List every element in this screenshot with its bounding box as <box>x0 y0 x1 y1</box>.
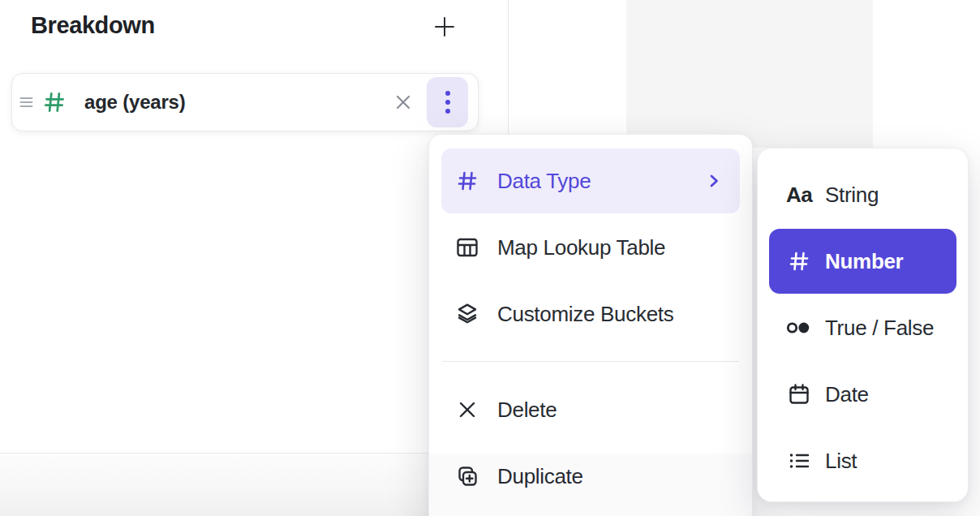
submenu-item-label: Date <box>825 382 943 407</box>
data-type-submenu: Aa String Number True / False Date <box>757 148 969 502</box>
menu-item-duplicate[interactable]: Duplicate <box>441 444 740 509</box>
submenu-item-true-false[interactable]: True / False <box>769 295 956 360</box>
boolean-icon <box>785 316 813 340</box>
menu-item-label: Customize Buckets <box>497 302 722 327</box>
table-icon <box>455 235 479 260</box>
submenu-item-label: Number <box>825 249 943 274</box>
menu-item-delete[interactable]: Delete <box>441 377 740 442</box>
chevron-right-icon <box>706 172 722 190</box>
layers-icon <box>455 302 479 326</box>
submenu-item-label: True / False <box>825 316 943 341</box>
submenu-item-list[interactable]: List <box>769 428 956 493</box>
submenu-item-label: String <box>825 183 943 208</box>
breakdown-field-card[interactable]: age (years) <box>11 73 479 131</box>
duplicate-icon <box>455 464 479 488</box>
submenu-item-number[interactable]: Number <box>769 229 956 294</box>
calendar-icon <box>785 382 813 406</box>
x-icon <box>455 398 479 422</box>
chart-area-placeholder <box>626 0 873 148</box>
close-icon <box>393 92 414 113</box>
menu-item-label: Map Lookup Table <box>497 235 722 260</box>
hash-icon <box>455 169 479 193</box>
number-hash-icon <box>41 89 68 115</box>
field-options-button[interactable] <box>427 77 468 127</box>
drag-handle-icon[interactable] <box>17 96 35 109</box>
add-breakdown-button[interactable] <box>431 13 458 41</box>
menu-item-label: Duplicate <box>497 464 722 489</box>
kebab-icon <box>444 88 452 116</box>
plus-icon <box>432 14 458 40</box>
menu-item-label: Delete <box>497 398 722 423</box>
remove-field-button[interactable] <box>385 83 421 122</box>
list-icon <box>785 449 813 473</box>
aa-icon: Aa <box>785 184 813 205</box>
page-title: Breakdown <box>31 12 155 39</box>
field-label: age (years) <box>84 91 385 114</box>
hash-icon <box>785 249 813 273</box>
submenu-item-label: List <box>825 449 943 474</box>
submenu-item-string[interactable]: Aa String <box>769 162 956 227</box>
menu-item-label: Data Type <box>497 169 706 194</box>
menu-item-data-type[interactable]: Data Type <box>441 148 740 213</box>
menu-item-map-lookup-table[interactable]: Map Lookup Table <box>441 215 740 280</box>
field-context-menu: Data Type Map Lookup Table Customize Buc… <box>428 134 753 516</box>
submenu-item-date[interactable]: Date <box>769 362 956 427</box>
menu-divider <box>442 361 739 362</box>
menu-item-customize-buckets[interactable]: Customize Buckets <box>441 282 740 346</box>
